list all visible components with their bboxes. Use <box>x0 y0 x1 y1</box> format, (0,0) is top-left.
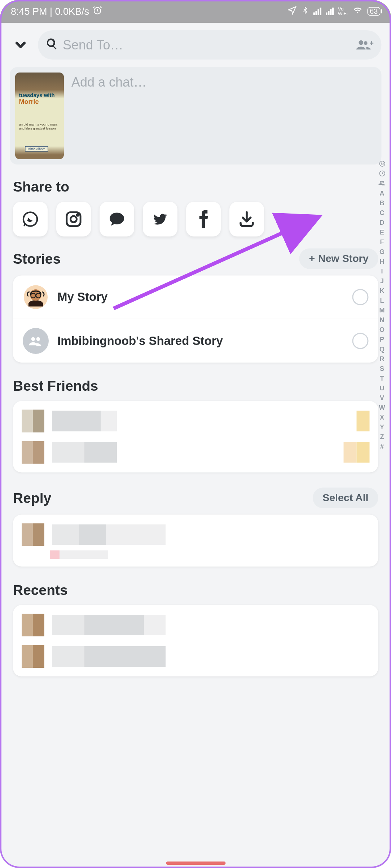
chat-compose-card[interactable]: tuesdays withMorrie an old man, a young … <box>10 67 382 165</box>
alpha-P[interactable]: P <box>380 336 384 343</box>
avatar <box>22 523 44 546</box>
share-chat-button[interactable] <box>100 202 134 237</box>
alpha-N[interactable]: N <box>379 316 384 324</box>
story-row-shared[interactable]: Imbibingnoob's Shared Story <box>13 319 378 363</box>
recents-list <box>13 605 378 676</box>
status-time: 8:45 PM | 0.0KB/s <box>11 6 89 17</box>
alpha-E[interactable]: E <box>380 228 384 236</box>
wifi-icon <box>352 6 363 17</box>
vowifi-label: Vo WiFi <box>338 6 348 16</box>
recent-index-icon[interactable] <box>378 170 386 177</box>
alpha-K[interactable]: K <box>379 287 384 294</box>
group-index-icon[interactable] <box>378 180 386 187</box>
add-group-icon[interactable] <box>356 39 374 52</box>
battery-indicator: 63 <box>367 7 381 16</box>
alpha-I[interactable]: I <box>381 267 383 275</box>
stories-heading: Stories <box>13 250 61 267</box>
alpha-H[interactable]: H <box>379 258 384 265</box>
share-facebook-button[interactable] <box>186 202 221 237</box>
svg-point-9 <box>31 337 35 341</box>
share-download-button[interactable] <box>229 202 264 237</box>
radio-unchecked[interactable] <box>352 333 369 349</box>
alpha-F[interactable]: F <box>380 238 384 246</box>
stories-card: My Story Imbibingnoob's Shared Story <box>13 276 378 363</box>
home-indicator <box>166 862 225 865</box>
signal-2-icon <box>325 8 334 15</box>
svg-point-16 <box>382 181 384 183</box>
list-item[interactable] <box>19 519 372 551</box>
redacted-text <box>52 525 370 545</box>
share-heading: Share to <box>13 179 378 196</box>
best-friends-list <box>13 401 378 473</box>
redacted-text <box>52 411 370 431</box>
redacted-text <box>52 646 370 667</box>
alpha-X[interactable]: X <box>380 413 384 421</box>
share-row <box>13 202 391 237</box>
svg-point-15 <box>380 181 382 183</box>
best-friends-heading: Best Friends <box>13 378 378 395</box>
share-instagram-button[interactable] <box>56 202 91 237</box>
alpha-J[interactable]: J <box>380 277 384 285</box>
alpha-U[interactable]: U <box>379 384 384 392</box>
select-all-button[interactable]: Select All <box>313 488 378 508</box>
alpha-index[interactable]: A B C D E F G H I J K L M N O P Q R S T … <box>376 160 388 450</box>
radio-unchecked[interactable] <box>352 289 369 305</box>
alpha-S[interactable]: S <box>380 365 384 372</box>
avatar <box>22 441 44 464</box>
alpha-A[interactable]: A <box>379 189 384 197</box>
avatar <box>22 645 44 668</box>
alpha-R[interactable]: R <box>379 355 384 363</box>
search-input[interactable] <box>63 38 351 53</box>
alpha-M[interactable]: M <box>379 306 385 314</box>
new-story-label: New Story <box>318 253 368 265</box>
reply-list <box>13 515 378 567</box>
plus-icon: + <box>309 253 315 265</box>
status-bar: 8:45 PM | 0.0KB/s Vo WiFi 63 <box>0 0 391 23</box>
avatar <box>23 284 49 310</box>
alarm-icon <box>92 5 102 18</box>
svg-point-11 <box>379 161 385 166</box>
avatar <box>22 614 44 636</box>
story-row-my-story[interactable]: My Story <box>13 276 378 320</box>
alpha-Y[interactable]: Y <box>380 423 384 431</box>
new-story-button[interactable]: + New Story <box>299 249 378 269</box>
emoji-index-icon[interactable] <box>378 160 386 168</box>
svg-point-12 <box>381 163 382 163</box>
alpha-C[interactable]: C <box>379 209 384 216</box>
alpha-B[interactable]: B <box>379 199 384 207</box>
list-item[interactable] <box>19 405 372 437</box>
collapse-button[interactable] <box>10 34 31 56</box>
alpha-hash[interactable]: # <box>380 443 384 450</box>
alpha-D[interactable]: D <box>379 219 384 226</box>
story-label: My Story <box>57 290 344 304</box>
bluetooth-icon <box>301 5 309 18</box>
alpha-V[interactable]: V <box>380 394 384 402</box>
alpha-O[interactable]: O <box>379 326 385 333</box>
snap-thumbnail[interactable]: tuesdays withMorrie an old man, a young … <box>15 73 64 159</box>
redacted-text <box>52 442 370 463</box>
alpha-L[interactable]: L <box>380 297 384 304</box>
list-item[interactable] <box>19 609 372 641</box>
share-twitter-button[interactable] <box>143 202 177 237</box>
list-item[interactable] <box>19 641 372 672</box>
alpha-T[interactable]: T <box>380 374 384 382</box>
alpha-Z[interactable]: Z <box>380 433 384 440</box>
search-icon <box>45 38 58 53</box>
reply-heading: Reply <box>13 490 51 507</box>
svg-point-10 <box>36 337 40 341</box>
chat-placeholder[interactable]: Add a chat… <box>71 73 376 159</box>
avatar <box>22 410 44 433</box>
svg-point-13 <box>383 163 383 163</box>
list-item[interactable] <box>19 437 372 468</box>
location-icon <box>287 5 297 18</box>
alpha-G[interactable]: G <box>379 248 385 255</box>
svg-point-3 <box>71 216 77 222</box>
recents-heading: Recents <box>13 582 378 599</box>
search-field[interactable] <box>38 30 382 60</box>
share-whatsapp-button[interactable] <box>13 202 48 237</box>
redacted-text <box>52 615 370 635</box>
alpha-W[interactable]: W <box>379 404 385 411</box>
group-icon <box>23 328 49 354</box>
alpha-Q[interactable]: Q <box>379 345 385 353</box>
story-label: Imbibingnoob's Shared Story <box>57 334 344 348</box>
